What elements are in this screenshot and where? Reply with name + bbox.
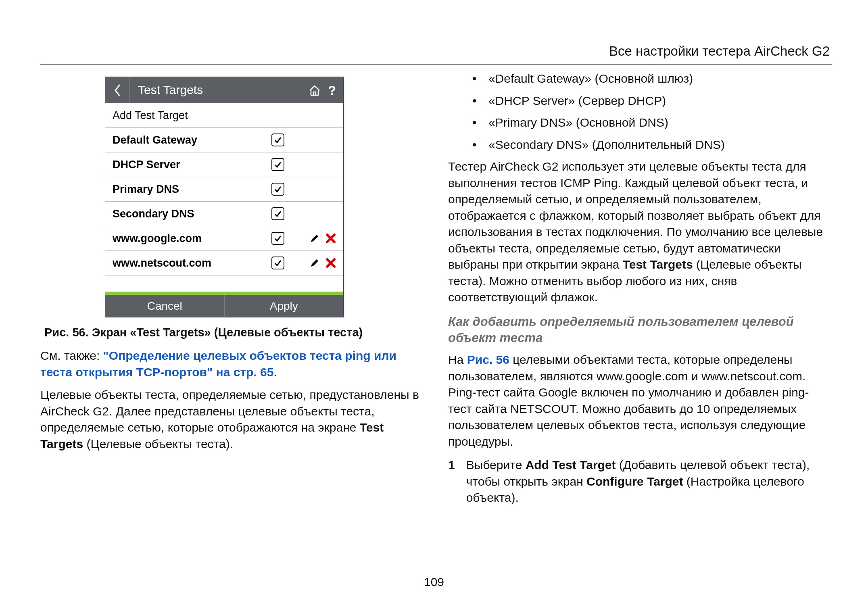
target-label: DHCP Server	[113, 157, 271, 172]
subheading: Как добавить определяемый пользователем …	[448, 314, 832, 346]
step-1: 1 Выберите Add Test Target (Добавить цел…	[448, 457, 832, 506]
page-header: Все настройки тестера AirCheck G2	[609, 44, 830, 59]
cancel-button[interactable]: Cancel	[105, 295, 225, 317]
list-item: «Secondary DNS» (Дополнительный DNS)	[472, 137, 832, 153]
home-icon[interactable]	[309, 85, 321, 96]
list-item: «DHCP Server» (Сервер DHCP)	[472, 93, 832, 109]
checkbox-icon[interactable]	[271, 158, 284, 171]
apply-button[interactable]: Apply	[225, 295, 344, 317]
delete-icon[interactable]	[326, 258, 336, 268]
target-row-netscout[interactable]: www.netscout.com	[105, 251, 343, 275]
edit-icon[interactable]	[309, 258, 320, 268]
edit-icon[interactable]	[309, 233, 320, 244]
page: Все настройки тестера AirCheck G2 Test T…	[0, 0, 868, 605]
target-row-google[interactable]: www.google.com	[105, 226, 343, 251]
delete-icon[interactable]	[326, 233, 336, 244]
target-label: Default Gateway	[113, 133, 271, 147]
add-test-target-row[interactable]: Add Test Target	[105, 103, 343, 128]
content-columns: Test Targets ? Add Test Target Default G…	[40, 71, 832, 565]
device-accent-bar	[105, 275, 343, 295]
step-text: Выберите Add Test Target (Добавить целев…	[466, 457, 832, 506]
target-label: www.netscout.com	[113, 256, 271, 270]
figure-caption: Рис. 56. Экран «Test Targets» (Целевые о…	[44, 325, 424, 340]
target-label: www.google.com	[113, 231, 271, 246]
checkbox-icon[interactable]	[271, 207, 284, 220]
checkbox-icon[interactable]	[271, 183, 284, 196]
target-row-dhcp-server[interactable]: DHCP Server	[105, 152, 343, 177]
left-paragraph: Целевые объекты теста, определяемые сеть…	[40, 387, 424, 452]
device-header: Test Targets ?	[105, 77, 343, 103]
right-paragraph-2: На Рис. 56 целевыми объектами теста, кот…	[448, 352, 832, 450]
left-column: Test Targets ? Add Test Target Default G…	[40, 71, 428, 565]
checkbox-icon[interactable]	[271, 232, 284, 245]
right-paragraph-1: Тестер AirCheck G2 использует эти целевы…	[448, 159, 832, 306]
see-also: См. также: "Определение целевых объектов…	[40, 348, 424, 380]
device-footer: Cancel Apply	[105, 295, 343, 317]
right-column: «Default Gateway» (Основной шлюз) «DHCP …	[444, 71, 832, 565]
page-number: 109	[0, 575, 868, 589]
device-title: Test Targets	[130, 82, 301, 98]
figure-ref-link[interactable]: Рис. 56	[467, 353, 509, 366]
header-rule	[40, 64, 832, 65]
target-row-default-gateway[interactable]: Default Gateway	[105, 128, 343, 152]
list-item: «Primary DNS» (Основной DNS)	[472, 115, 832, 131]
target-label: Secondary DNS	[113, 207, 271, 221]
checkbox-icon[interactable]	[271, 134, 284, 146]
chevron-left-icon	[114, 84, 121, 96]
bullet-list: «Default Gateway» (Основной шлюз) «DHCP …	[448, 71, 832, 153]
list-item: «Default Gateway» (Основной шлюз)	[472, 71, 832, 87]
help-icon[interactable]: ?	[328, 84, 336, 97]
target-row-secondary-dns[interactable]: Secondary DNS	[105, 202, 343, 226]
checkbox-icon[interactable]	[271, 257, 284, 269]
target-label: Primary DNS	[113, 182, 271, 196]
target-row-primary-dns[interactable]: Primary DNS	[105, 177, 343, 202]
back-button[interactable]	[105, 77, 130, 103]
step-number: 1	[448, 457, 455, 506]
device-screenshot: Test Targets ? Add Test Target Default G…	[105, 77, 344, 317]
